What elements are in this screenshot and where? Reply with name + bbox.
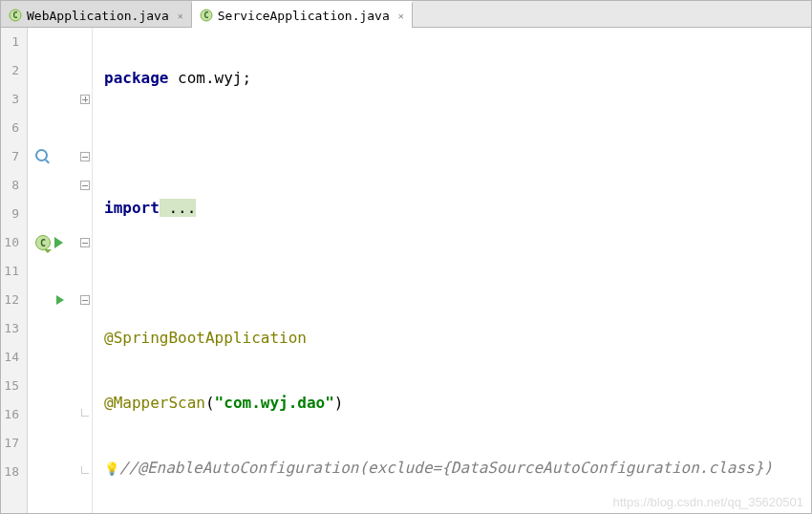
gutter-icons: C	[28, 28, 77, 513]
close-icon[interactable]: ✕	[398, 11, 404, 21]
fold-expand-icon[interactable]	[80, 95, 90, 104]
tab-label: WebApplication.java	[27, 9, 169, 23]
fold-gutter	[77, 28, 93, 513]
intention-bulb-icon[interactable]: 💡	[104, 455, 119, 483]
code-line[interactable]	[93, 129, 811, 158]
line-number: 9	[1, 200, 19, 228]
fold-end-icon	[81, 466, 89, 474]
line-number: 10	[1, 228, 19, 257]
tab-webapplication[interactable]: C WebApplication.java ✕	[1, 1, 192, 27]
run-icon[interactable]	[54, 237, 63, 248]
line-number: 15	[1, 372, 19, 400]
line-number: 6	[1, 114, 19, 142]
close-icon[interactable]: ✕	[178, 11, 183, 21]
line-number-gutter: 1 2 3 6 7 8 9 10 11 12 13 14 15 16 17 18	[1, 28, 28, 513]
line-number: 16	[1, 400, 19, 429]
tab-label: ServiceApplication.java	[218, 9, 390, 23]
line-number: 7	[1, 142, 19, 171]
fold-collapse-icon[interactable]	[80, 238, 90, 247]
code-editor[interactable]: 1 2 3 6 7 8 9 10 11 12 13 14 15 16 17 18…	[1, 28, 811, 513]
fold-collapse-icon[interactable]	[80, 295, 90, 305]
java-class-icon: C	[9, 9, 22, 22]
code-line[interactable]: @MapperScan("com.wyj.dao")	[93, 389, 811, 418]
tab-serviceapplication[interactable]: C ServiceApplication.java ✕	[192, 1, 413, 27]
svg-text:C: C	[203, 11, 208, 20]
code-line[interactable]: import ...	[93, 194, 811, 223]
svg-text:C: C	[12, 11, 17, 20]
line-number: 3	[1, 85, 19, 114]
code-line[interactable]	[93, 259, 811, 288]
line-number: 13	[1, 314, 19, 343]
line-number: 2	[1, 56, 19, 85]
line-number: 12	[1, 286, 19, 314]
fold-collapse-icon[interactable]	[80, 152, 90, 161]
fold-collapse-icon[interactable]	[80, 181, 90, 190]
line-number: 17	[1, 429, 19, 458]
watermark-text: https://blog.csdn.net/qq_35620501	[613, 495, 804, 509]
java-class-icon: C	[200, 9, 213, 22]
line-number: 14	[1, 343, 19, 372]
line-number: 8	[1, 171, 19, 200]
fold-end-icon	[81, 409, 89, 417]
code-line[interactable]: package com.wyj;	[93, 64, 811, 93]
search-icon[interactable]	[35, 149, 51, 164]
line-number: 18	[1, 458, 19, 486]
line-number: 11	[1, 257, 19, 286]
line-number: 1	[1, 28, 19, 56]
editor-tabs: C WebApplication.java ✕ C ServiceApplica…	[1, 1, 811, 28]
code-line[interactable]: 💡//@EnableAutoConfiguration(exclude={Dat…	[93, 454, 811, 482]
class-run-icon[interactable]: C	[35, 235, 51, 250]
code-area[interactable]: package com.wyj; import ... @SpringBootA…	[93, 28, 811, 513]
run-icon[interactable]	[56, 295, 64, 305]
code-line[interactable]: @SpringBootApplication	[93, 324, 811, 353]
